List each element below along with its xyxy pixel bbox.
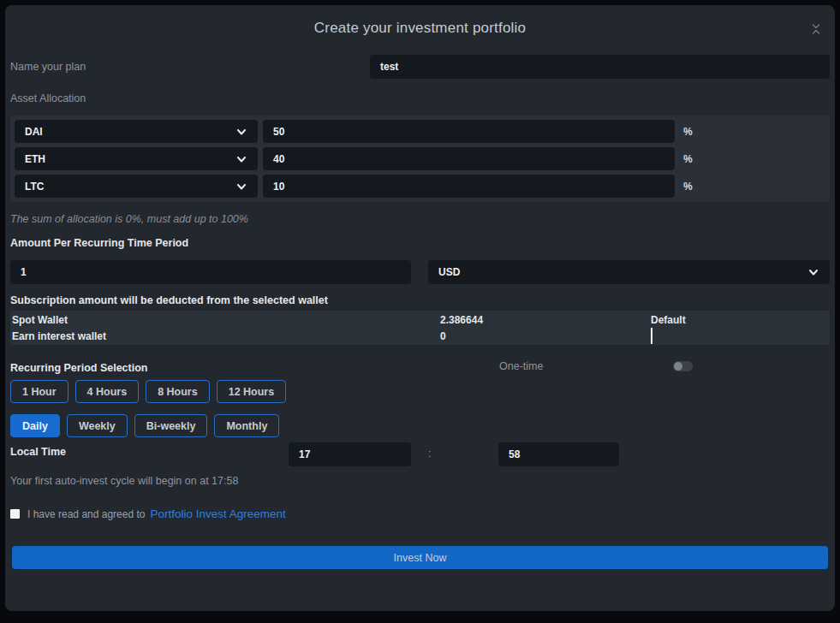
amount-input[interactable]: 1 <box>10 260 411 284</box>
local-time-label: Local Time <box>10 446 66 458</box>
allocation-row: LTC 10 % <box>15 175 825 198</box>
one-time-label: One-time <box>499 360 543 372</box>
wallet-section-label: Subscription amount will be deducted fro… <box>10 294 830 306</box>
chevron-down-icon <box>235 153 247 165</box>
wallet-balance: 0 <box>440 330 651 342</box>
table-row: Spot Wallet 2.386644 Default <box>10 312 830 328</box>
name-plan-row: Name your plan test <box>10 55 830 79</box>
currency-select[interactable]: USD <box>428 260 830 284</box>
modal-titlebar: Create your investment portfolio <box>10 15 830 41</box>
hour-options-row: 1 Hour 4 Hours 8 Hours 12 Hours <box>10 380 830 403</box>
recurring-period-row: Recurring Period Selection One-time <box>10 359 830 373</box>
allocation-sum-note: The sum of allocation is 0%, must add up… <box>10 213 830 225</box>
amount-label: Amount Per Recurring Time Period <box>10 237 830 249</box>
agreement-row: I have read and agreed to Portfolio Inve… <box>10 507 830 520</box>
currency-value: USD <box>438 266 460 278</box>
percent-sign: % <box>683 181 693 193</box>
asset-select-value: LTC <box>25 181 44 193</box>
hour-value: 17 <box>299 448 310 460</box>
period-button-daily[interactable]: Daily <box>10 414 60 437</box>
day-options-row: Daily Weekly Bi-weekly Monthly <box>10 414 830 437</box>
allocation-percent-value: 10 <box>273 181 284 193</box>
allocation-percent-input[interactable]: 10 <box>263 175 675 198</box>
period-button-12-hours[interactable]: 12 Hours <box>217 380 287 403</box>
name-plan-label: Name your plan <box>10 61 86 73</box>
period-button-weekly[interactable]: Weekly <box>67 414 128 437</box>
plan-name-input[interactable]: test <box>370 55 830 79</box>
asset-select-value: DAI <box>25 126 43 138</box>
local-time-row: Local Time 17 : 58 <box>10 442 830 466</box>
wallet-table: Spot Wallet 2.386644 Default Earn intere… <box>10 311 830 345</box>
allocation-percent-input[interactable]: 50 <box>263 120 675 143</box>
amount-value: 1 <box>21 266 27 278</box>
chevron-down-icon <box>235 126 247 138</box>
plan-name-value: test <box>380 61 398 73</box>
asset-allocation-label: Asset Allocation <box>10 92 830 104</box>
collapse-icon[interactable] <box>809 22 823 36</box>
toggle-knob-icon <box>674 362 682 371</box>
period-button-biweekly[interactable]: Bi-weekly <box>134 414 208 437</box>
period-button-monthly[interactable]: Monthly <box>214 414 279 437</box>
allocation-percent-input[interactable]: 40 <box>263 147 675 170</box>
portfolio-invest-agreement-link[interactable]: Portfolio Invest Agreement <box>150 507 285 520</box>
asset-select-eth[interactable]: ETH <box>15 147 258 170</box>
amount-row: 1 USD <box>10 260 830 284</box>
percent-sign: % <box>683 126 693 138</box>
table-row: Earn interest wallet 0 <box>10 328 830 344</box>
agreement-text: I have read and agreed to <box>27 508 145 520</box>
period-button-8-hours[interactable]: 8 Hours <box>146 380 210 403</box>
asset-select-dai[interactable]: DAI <box>15 120 258 143</box>
allocation-row: DAI 50 % <box>15 120 825 143</box>
agreement-checkbox[interactable] <box>10 509 20 519</box>
allocation-percent-value: 40 <box>273 153 284 165</box>
create-portfolio-modal: Create your investment portfolio Name yo… <box>5 5 835 611</box>
wallet-balance: 2.386644 <box>440 314 651 326</box>
asset-select-ltc[interactable]: LTC <box>15 175 258 198</box>
minute-value: 58 <box>509 448 520 460</box>
cycle-start-hint: Your first auto-invest cycle will begin … <box>10 475 830 487</box>
minute-input[interactable]: 58 <box>498 442 619 466</box>
percent-sign: % <box>683 153 693 165</box>
time-separator: : <box>428 448 431 460</box>
hour-input[interactable]: 17 <box>289 442 411 466</box>
recurring-period-label: Recurring Period Selection <box>10 362 147 374</box>
invest-now-button[interactable]: Invest Now <box>12 546 828 569</box>
period-button-1-hour[interactable]: 1 Hour <box>10 380 69 403</box>
allocation-percent-value: 50 <box>273 126 284 138</box>
page-title: Create your investment portfolio <box>10 15 830 41</box>
allocation-row: ETH 40 % <box>15 147 825 170</box>
chevron-down-icon <box>807 266 819 278</box>
chevron-down-icon <box>235 181 247 193</box>
wallet-name: Earn interest wallet <box>12 330 440 342</box>
period-button-4-hours[interactable]: 4 Hours <box>75 380 140 403</box>
default-wallet-checkbox[interactable] <box>651 328 652 344</box>
asset-select-value: ETH <box>25 153 45 165</box>
asset-allocation-panel: DAI 50 % ETH 40 % LTC 10 <box>10 116 830 202</box>
wallet-name: Spot Wallet <box>12 314 440 326</box>
one-time-toggle[interactable] <box>673 361 693 371</box>
default-column-header: Default <box>651 314 828 326</box>
